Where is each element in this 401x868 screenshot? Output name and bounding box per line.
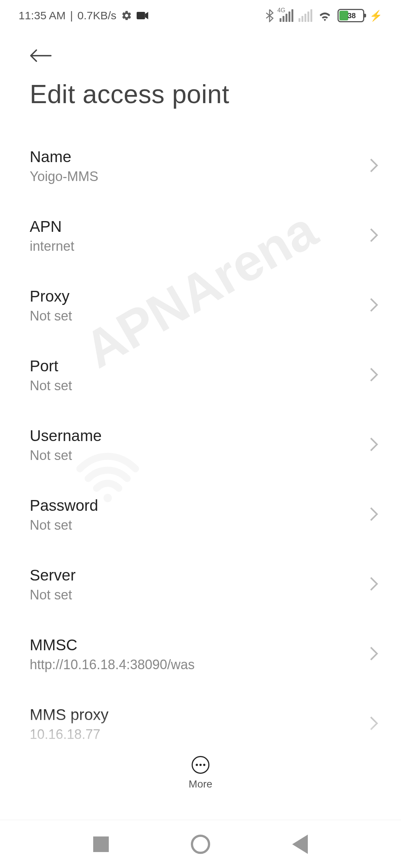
- setting-label: Server: [30, 566, 369, 584]
- setting-value: Not set: [30, 378, 369, 394]
- battery-icon: 38: [338, 9, 364, 22]
- setting-proxy[interactable]: Proxy Not set: [0, 271, 401, 341]
- setting-value: Not set: [30, 308, 369, 324]
- chevron-right-icon: [369, 158, 379, 175]
- setting-port[interactable]: Port Not set: [0, 341, 401, 410]
- bluetooth-icon: [265, 9, 274, 22]
- more-label: More: [189, 778, 212, 790]
- setting-label: Password: [30, 497, 369, 514]
- setting-label: MMS proxy: [30, 706, 369, 724]
- page-title: Edit access point: [30, 79, 379, 109]
- status-bar: 11:35 AM | 0.7KB/s 4G: [0, 0, 401, 26]
- setting-label: MMSC: [30, 636, 369, 654]
- signal-secondary: [299, 9, 312, 22]
- wifi-icon: [317, 10, 332, 22]
- setting-password[interactable]: Password Not set: [0, 480, 401, 550]
- setting-mms-proxy[interactable]: MMS proxy 10.16.18.77: [0, 689, 401, 759]
- setting-server[interactable]: Server Not set: [0, 550, 401, 619]
- chevron-right-icon: [369, 646, 379, 663]
- header: Edit access point: [0, 26, 401, 113]
- chevron-right-icon: [369, 506, 379, 523]
- back-button[interactable]: [30, 45, 52, 79]
- setting-mmsc[interactable]: MMSC http://10.16.18.4:38090/was: [0, 619, 401, 689]
- chevron-right-icon: [369, 576, 379, 593]
- chevron-right-icon: [369, 227, 379, 244]
- nav-bar: [0, 820, 401, 868]
- setting-value: Yoigo-MMS: [30, 169, 369, 184]
- status-divider: |: [70, 9, 73, 22]
- setting-value: Not set: [30, 587, 369, 603]
- status-left: 11:35 AM | 0.7KB/s: [19, 9, 149, 22]
- setting-label: Name: [30, 148, 369, 166]
- setting-value: Not set: [30, 448, 369, 463]
- setting-label: Username: [30, 427, 369, 445]
- charging-icon: ⚡: [369, 10, 382, 22]
- setting-value: 10.16.18.77: [30, 727, 369, 742]
- setting-label: Port: [30, 357, 369, 375]
- setting-value: Not set: [30, 517, 369, 533]
- chevron-right-icon: [369, 437, 379, 454]
- camera-icon: [137, 11, 149, 20]
- status-speed: 0.7KB/s: [78, 9, 117, 22]
- more-icon: [192, 756, 209, 774]
- svg-rect-1: [137, 12, 145, 19]
- signal-4g: 4G: [280, 9, 293, 22]
- nav-home-button[interactable]: [191, 835, 210, 854]
- setting-value: internet: [30, 239, 369, 254]
- more-button[interactable]: More: [189, 756, 212, 790]
- gear-icon: [121, 10, 132, 21]
- chevron-right-icon: [369, 297, 379, 314]
- chevron-right-icon: [369, 716, 379, 733]
- chevron-right-icon: [369, 367, 379, 384]
- status-time: 11:35 AM: [19, 9, 66, 22]
- setting-value: http://10.16.18.4:38090/was: [30, 657, 369, 673]
- setting-apn[interactable]: APN internet: [0, 201, 401, 271]
- status-right: 4G 38 ⚡: [265, 9, 382, 22]
- nav-recent-button[interactable]: [93, 836, 109, 852]
- setting-username[interactable]: Username Not set: [0, 410, 401, 480]
- nav-back-button[interactable]: [292, 835, 308, 854]
- setting-label: Proxy: [30, 287, 369, 305]
- setting-name[interactable]: Name Yoigo-MMS: [0, 131, 401, 201]
- settings-list: Name Yoigo-MMS APN internet Proxy Not se…: [0, 113, 401, 759]
- setting-label: APN: [30, 218, 369, 236]
- battery-percent: 38: [339, 11, 364, 20]
